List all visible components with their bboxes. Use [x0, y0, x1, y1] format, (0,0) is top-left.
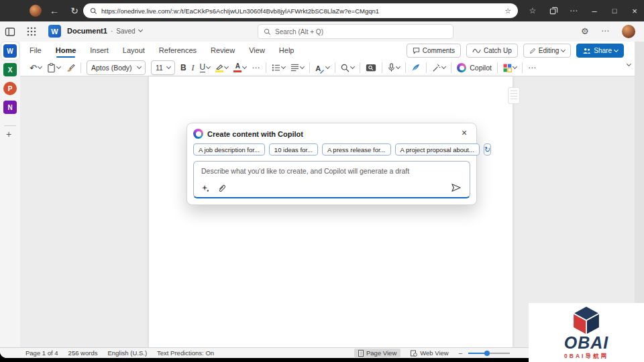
sidebar-item-powerpoint[interactable]: P	[3, 82, 17, 95]
web-view-button[interactable]: Web View	[407, 349, 452, 357]
toolbar-divider	[335, 62, 335, 73]
search-box[interactable]: Search (Alt + Q)	[258, 24, 453, 39]
tab-file[interactable]: File	[30, 46, 42, 54]
magic-wand-button[interactable]	[432, 64, 445, 72]
browser-profile-icon[interactable]	[30, 5, 42, 17]
maximize-button[interactable]: □	[607, 4, 622, 17]
format-painter-button[interactable]	[66, 64, 75, 72]
suggestion-chip[interactable]: A press release for...	[322, 143, 391, 156]
address-bar[interactable]: https://onedrive.live.com/:w:/t/EaCKkPs6…	[83, 3, 518, 18]
refresh-suggestions-icon[interactable]: ↻	[484, 143, 491, 156]
zoom-slider-knob[interactable]	[484, 351, 490, 356]
share-button[interactable]: Share	[576, 44, 624, 58]
styles-button[interactable]: A	[315, 62, 329, 74]
settings-gear-icon[interactable]: ⚙	[581, 26, 589, 36]
close-button[interactable]: ×	[627, 4, 642, 17]
back-icon[interactable]: ←	[47, 4, 62, 17]
tab-help[interactable]: Help	[279, 46, 294, 54]
collections-icon[interactable]	[546, 4, 561, 17]
document-title[interactable]: Document1	[67, 27, 107, 35]
web-view-label: Web View	[420, 349, 448, 357]
browser-more-icon[interactable]: ⋯	[566, 4, 581, 17]
favorites-icon[interactable]: ☆	[525, 4, 540, 17]
titlebar-more-icon[interactable]: ⋯	[601, 26, 609, 36]
tab-references[interactable]: References	[159, 46, 197, 54]
copilot-prompt-input[interactable]: Describe what you'd like to create, and …	[193, 161, 470, 198]
undo-button[interactable]: ↶	[30, 63, 42, 73]
text-predictions-toggle[interactable]: Text Predictions: On	[157, 349, 214, 357]
toolbar-divider	[309, 62, 310, 73]
underline-button[interactable]: U	[200, 63, 211, 72]
tab-review[interactable]: Review	[211, 46, 235, 54]
font-name-combobox[interactable]: Aptos (Body)	[87, 60, 146, 75]
close-icon[interactable]: ×	[459, 127, 470, 138]
toolbar-divider	[522, 62, 523, 73]
language-indicator[interactable]: English (U.S.)	[107, 349, 147, 357]
comments-button[interactable]: Comments	[407, 44, 461, 58]
copilot-label: Copilot	[470, 64, 492, 72]
zoom-slider[interactable]	[468, 349, 510, 357]
font-size-combobox[interactable]: 11	[151, 60, 175, 75]
word-count[interactable]: 256 words	[68, 349, 98, 357]
tab-view[interactable]: View	[249, 46, 265, 54]
browser-chrome: ← ↻ https://onedrive.live.com/:w:/t/EaCK…	[0, 0, 644, 21]
sidebar-item-word[interactable]: W	[3, 44, 17, 58]
catch-up-button[interactable]: Catch Up	[466, 44, 518, 58]
add-ins-button[interactable]	[503, 64, 517, 72]
sidebar-item-onenote[interactable]: N	[3, 101, 17, 114]
bold-button[interactable]: B	[180, 63, 186, 72]
catch-up-label: Catch Up	[484, 47, 512, 54]
app-launcher-icon[interactable]	[27, 27, 36, 36]
save-status[interactable]: Saved	[116, 27, 135, 35]
tab-home[interactable]: Home	[56, 46, 76, 54]
ribbon-collapse-icon[interactable]	[627, 62, 631, 66]
comments-label: Comments	[423, 47, 455, 54]
find-button[interactable]	[341, 64, 354, 72]
italic-button[interactable]: I	[192, 63, 195, 73]
zoom-out-icon[interactable]: –	[459, 349, 462, 357]
page-margin-widget[interactable]	[508, 87, 520, 104]
document-page[interactable]	[149, 76, 513, 347]
toolbar-overflow-icon[interactable]: ⋯	[528, 63, 537, 72]
undo-icon: ↶	[30, 63, 37, 73]
page-view-button[interactable]: Page View	[354, 349, 400, 357]
ribbon-toolbar: ↶ Aptos (Body) 11 B I U A	[30, 60, 537, 76]
app-sidebar: W X P N +	[0, 21, 20, 358]
editor-button[interactable]	[411, 63, 421, 72]
paste-button[interactable]	[47, 63, 60, 73]
tab-layout[interactable]: Layout	[123, 46, 145, 54]
microsoft365-icon[interactable]	[5, 27, 15, 38]
ribbon-tabs: File Home Insert Layout References Revie…	[30, 42, 294, 59]
sidebar-item-excel[interactable]: X	[3, 63, 17, 76]
send-icon[interactable]	[451, 183, 462, 192]
page-count[interactable]: Page 1 of 4	[25, 349, 58, 357]
chevron-down-icon	[224, 64, 229, 69]
font-group-overflow-icon[interactable]: ⋯	[252, 63, 260, 72]
copilot-button[interactable]: Copilot	[457, 63, 492, 72]
dictate-button[interactable]	[388, 63, 400, 72]
line-spacing-button[interactable]	[290, 64, 304, 72]
toolbar-divider	[382, 62, 382, 73]
account-avatar[interactable]	[622, 25, 635, 38]
refresh-icon[interactable]: ↻	[67, 4, 82, 17]
bullets-button[interactable]	[272, 64, 285, 72]
save-status-chevron-icon[interactable]	[138, 27, 143, 32]
bookmark-star-icon[interactable]: ☆	[504, 7, 511, 15]
minimize-button[interactable]: –	[587, 4, 602, 17]
immersive-reader-button[interactable]	[366, 64, 376, 72]
underline-letter: U	[200, 63, 206, 72]
suggestion-chip[interactable]: A job description for...	[193, 143, 265, 156]
editing-mode-button[interactable]: Editing	[523, 44, 572, 58]
highlighter-icon	[215, 64, 223, 72]
add-app-button[interactable]: +	[6, 129, 11, 139]
highlight-button[interactable]	[215, 64, 228, 72]
copilot-icon	[193, 129, 203, 139]
page-view-label: Page View	[366, 349, 396, 357]
suggestion-chip[interactable]: A project proposal about...	[395, 143, 480, 156]
font-color-button[interactable]: A	[233, 63, 246, 72]
toolbar-divider	[426, 62, 427, 73]
tab-insert[interactable]: Insert	[90, 46, 109, 54]
suggestion-chip[interactable]: 10 ideas for...	[269, 143, 318, 156]
attach-paperclip-icon[interactable]	[217, 184, 225, 192]
inspiration-sparkle-icon[interactable]	[201, 184, 209, 192]
